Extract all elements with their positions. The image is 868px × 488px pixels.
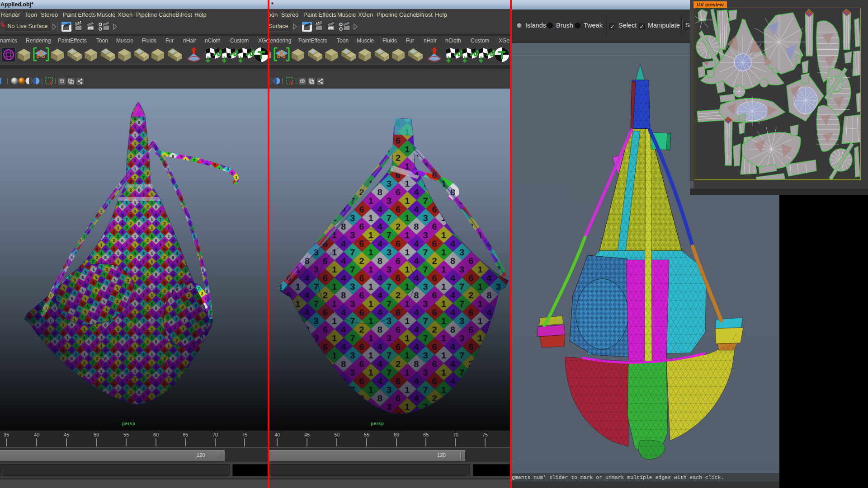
svg-text:35: 35 bbox=[4, 432, 9, 437]
svg-text:70: 70 bbox=[212, 432, 218, 437]
svg-text:60: 60 bbox=[394, 432, 399, 437]
svg-text:IPR: IPR bbox=[328, 27, 334, 30]
svg-text:40: 40 bbox=[274, 432, 280, 437]
svg-text:55: 55 bbox=[123, 432, 129, 437]
svg-text:50: 50 bbox=[94, 432, 99, 437]
svg-text:55: 55 bbox=[364, 432, 369, 437]
svg-text:50: 50 bbox=[334, 432, 340, 437]
svg-text:40: 40 bbox=[34, 432, 39, 437]
svg-text:75: 75 bbox=[242, 432, 247, 437]
svg-text:75: 75 bbox=[482, 432, 488, 437]
svg-text:65: 65 bbox=[183, 432, 188, 437]
svg-text:IPR: IPR bbox=[88, 27, 93, 30]
svg-text:45: 45 bbox=[304, 432, 310, 437]
svg-text:60: 60 bbox=[153, 432, 159, 437]
svg-text:70: 70 bbox=[453, 432, 458, 437]
svg-text:65: 65 bbox=[423, 432, 429, 437]
svg-text:45: 45 bbox=[64, 432, 69, 437]
